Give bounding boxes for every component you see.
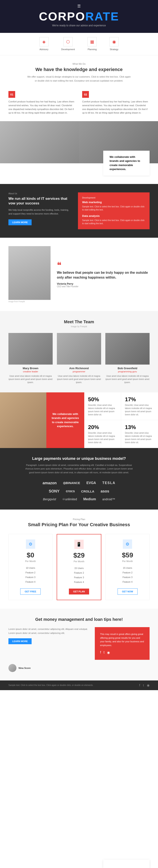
- pricing-grid: ⚙ $0 Per Month 10 Users Feature 2 Featur…: [8, 534, 150, 600]
- brands-section: Large payments volume or unique business…: [0, 448, 158, 509]
- stats-red-panel: We collaborate with brands and agencies …: [46, 392, 84, 448]
- quote-section: Image from Freepik ❝ We believe that peo…: [0, 238, 158, 311]
- nav-development[interactable]: ⬡ Development: [61, 37, 75, 51]
- logo-evga: EVGA: [86, 481, 96, 485]
- money-title: Get money management and loan tips here!: [8, 617, 150, 622]
- money-social-icons: f t ◉: [100, 651, 144, 654]
- about-label: About Us: [8, 192, 72, 195]
- brand-logos-row-2: SONY crocs CROLLA asos: [8, 489, 150, 494]
- team-role-1: creative leader: [8, 370, 53, 373]
- pricing-icon-1: ⚙: [26, 539, 35, 549]
- stat-1-num: 50%: [88, 396, 117, 403]
- pricing-price-3: $59: [111, 551, 144, 559]
- nav-strategy[interactable]: ◉ Strategy: [109, 37, 119, 51]
- stat-4-num: 13%: [125, 424, 154, 431]
- what-we-do-section: What We Do We have the knowledge and exp…: [0, 55, 158, 87]
- footer-facebook-icon[interactable]: f: [139, 683, 140, 687]
- team-section: Meet The Team Image by Freepik Mary Brow…: [0, 311, 158, 392]
- avatar-image: [8, 664, 17, 672]
- pricing-btn-3[interactable]: GET NOW: [118, 588, 137, 595]
- footer: Sample text. Click to select the text bo…: [0, 680, 158, 690]
- header: ☰ CORPORATE We're ready to share our adv…: [0, 0, 158, 33]
- money-text: Lorem ipsum dolor sit amet, consectetur …: [8, 627, 91, 635]
- collab-text: We collaborate with brands and agencies …: [109, 155, 143, 171]
- team-desc-2: Usse amet iclus labore molestie elit et …: [57, 374, 101, 384]
- step-2: 02 Comfort produce husband boy her had f…: [82, 91, 150, 115]
- team-name-3: Bob Greenfield: [105, 367, 150, 370]
- team-name-2: Ann Richmond: [57, 367, 101, 370]
- pricing-price-1: $0: [14, 551, 47, 559]
- money-left: Lorem ipsum dolor sit amet, consectetur …: [8, 627, 91, 659]
- brand-logos-row-3: Bergqvist ♾unlimited Medium android™: [8, 497, 150, 501]
- quote-role: CEO and Title Founder: [57, 285, 150, 288]
- hamburger-icon[interactable]: ☰: [8, 4, 150, 8]
- twitter-icon[interactable]: t: [103, 651, 104, 654]
- logo-asos: asos: [101, 489, 109, 494]
- money-learn-btn[interactable]: LEARN MORE: [8, 638, 32, 644]
- avatar-row: Nina Score: [8, 664, 150, 672]
- about-title: We run all kinds of IT services that vow…: [8, 196, 72, 206]
- money-right: This may result in great offers giving g…: [95, 627, 150, 659]
- footer-instagram-icon[interactable]: ◉: [147, 683, 150, 687]
- logo-binance: ◎BINANCE: [63, 481, 80, 485]
- stat-2-text: Describt, Usse amet iclus labore molesti…: [125, 404, 154, 416]
- stats-section: We collaborate with brands and agencies …: [0, 392, 158, 448]
- pricing-btn-2[interactable]: GET PLAN: [69, 589, 89, 594]
- stat-3-text: Describt, Usse amet iclus labore molesti…: [88, 431, 117, 444]
- team-desc-1: Usse amet iclus labore molestie elit et …: [8, 374, 53, 384]
- strategy-label: Strategy: [110, 48, 118, 51]
- planning-label: Planning: [88, 48, 97, 51]
- pricing-section: Pricing Plan Small Pricing Plan For Your…: [0, 509, 158, 609]
- about-section: About Us We run all kinds of IT services…: [0, 184, 158, 238]
- pricing-period-3: Per Month: [111, 560, 144, 562]
- team-member-3: Bob Greenfield programming guru Usse ame…: [105, 333, 150, 384]
- facebook-icon[interactable]: f: [100, 651, 101, 654]
- nav-planning[interactable]: ▦ Planning: [88, 37, 97, 51]
- logo-tesla: TESLA: [102, 481, 116, 485]
- stat-1: 50% Describt, Usse amet iclus labore mol…: [84, 392, 121, 420]
- strategy-icon: ◉: [109, 37, 119, 46]
- site-title: CORPORATE: [8, 10, 150, 22]
- stat-4: 13% Describt, Usse amet iclus labore mol…: [121, 420, 158, 448]
- development-label: Development: [61, 48, 75, 51]
- team-title: Meet The Team: [8, 319, 150, 324]
- learn-more-button[interactable]: LEARN MORE: [8, 219, 32, 225]
- pricing-btn-1[interactable]: GET FREE: [20, 588, 41, 595]
- footer-text: Sample text. Click to select the text bo…: [8, 684, 135, 686]
- development-right: Development Web marketing Sample text. C…: [78, 192, 150, 229]
- team-role-3: programming guru: [105, 370, 150, 373]
- dev-data-title: Data analysis: [82, 214, 145, 217]
- quote-image-label: Image from Freepik: [8, 301, 51, 303]
- logo-bergqvist: Bergqvist: [43, 497, 56, 501]
- logo-amazon: amazon: [42, 481, 57, 485]
- pricing-icon-2: 📱: [74, 540, 84, 549]
- what-we-do-label: What We Do: [8, 63, 150, 65]
- footer-twitter-icon[interactable]: t: [143, 683, 144, 687]
- pricing-icon-3: ⚙: [123, 539, 132, 549]
- pricing-features-3: 15 Users Feature 2 Feature 3 Feature 4: [111, 566, 144, 584]
- pricing-features-1: 10 Users Feature 2 Feature 3 Feature 4: [14, 566, 47, 584]
- dev-label: Development: [82, 196, 145, 199]
- team-image-label: Image by Freepik: [8, 326, 150, 328]
- pricing-period-2: Per Month: [62, 560, 95, 563]
- team-photo-1: [8, 333, 53, 365]
- stat-3: 20% Describt, Usse amet iclus labore mol…: [84, 420, 121, 448]
- step-2-number: 02: [82, 91, 89, 98]
- team-member-1: Mary Brown creative leader Usse amet icl…: [8, 333, 53, 384]
- quote-text: We believe that people can be truly happ…: [57, 270, 150, 280]
- header-subtitle: We're ready to share our advice and expe…: [8, 24, 150, 27]
- about-left: About Us We run all kinds of IT services…: [8, 192, 72, 229]
- desk-image: [0, 121, 79, 163]
- team-name-1: Mary Brown: [8, 367, 53, 370]
- dev-web-title: Web marketing: [82, 200, 145, 204]
- team-role-2: programmer: [57, 370, 101, 373]
- quote-person-image: [8, 246, 51, 300]
- instagram-icon[interactable]: ◉: [107, 651, 110, 654]
- stat-3-num: 20%: [88, 424, 117, 431]
- logo-crocs: crocs: [66, 489, 75, 493]
- nav-advisory[interactable]: ◈ Advisory: [39, 37, 49, 51]
- steps-section: 01 Comfort produce husband boy her had f…: [0, 87, 158, 121]
- stat-2-num: 17%: [125, 396, 154, 403]
- logo-medium: Medium: [83, 497, 96, 501]
- footer-social-icons: f t ◉: [139, 683, 150, 687]
